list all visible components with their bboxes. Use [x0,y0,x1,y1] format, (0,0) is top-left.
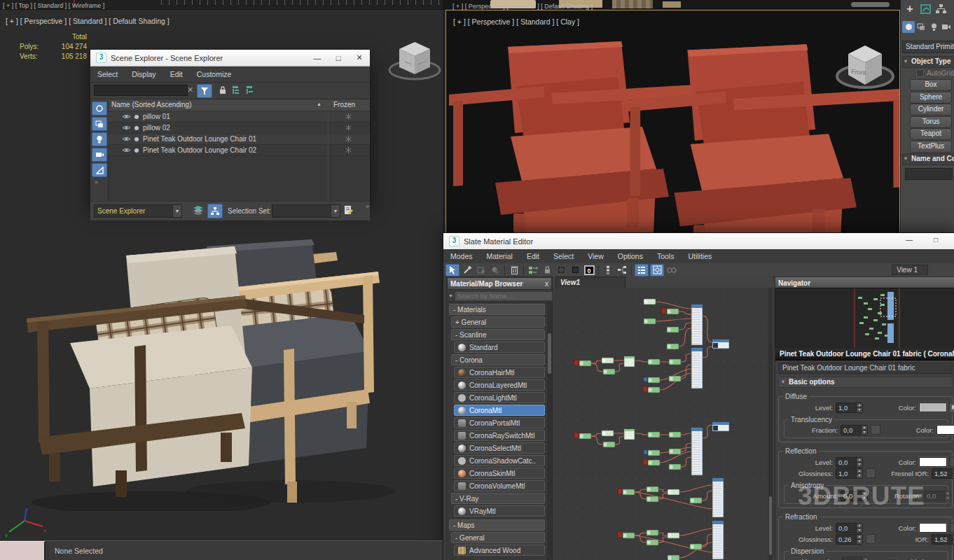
viewport-clay-label[interactable]: [ + ] [ Perspective ] [ Standard ] [ Cla… [453,18,579,26]
slate-menu-modes[interactable]: Modes [443,252,480,260]
material-standard[interactable]: Standard [454,342,545,353]
spinner-arrows-icon[interactable] [861,426,867,435]
material-coronavolumemtl[interactable]: CoronaVolumeMtl [454,480,545,491]
fraction-spinner[interactable]: 0,0 [841,425,868,435]
autogrid-checkbox[interactable]: AutoGrid [916,69,954,77]
expand-hierarchy-icon[interactable] [232,85,242,94]
tab-view1[interactable]: View1 [555,276,625,288]
color-swatch[interactable] [919,523,947,533]
show-backlight-icon[interactable] [569,265,581,276]
cylinder-primitive-button[interactable]: Cylinder [910,104,952,115]
teapot-primitive-button[interactable]: Teapot [910,128,952,140]
tree-corona[interactable]: - Corona [451,354,545,365]
material-coronaselectmtl[interactable]: CoronaSelectMtl [454,442,545,454]
object-color-dot[interactable] [134,126,139,130]
spinner-value[interactable]: 0,0 [841,426,861,435]
material-name-field[interactable]: Pinet Teak Outdoor Lounge Chair 01 fabri… [778,363,953,374]
spinner-value[interactable]: 1,0 [836,469,856,478]
create-tab-icon[interactable]: + [902,2,918,15]
textplus-primitive-button[interactable]: TextPlus [910,141,952,153]
material-vraymtl[interactable]: VRayMtl [454,505,545,517]
spinner-value[interactable]: 0,26 [836,535,856,544]
tree-materials[interactable]: - Materials [449,304,545,315]
spinner-value[interactable]: 0,0 [836,524,856,533]
scene-explorer-titlebar[interactable]: 3 Scene Explorer - Scene Explorer — □ ✕ [90,50,370,66]
level-spinner[interactable]: 1,0 [836,402,863,413]
slate-menu-tools[interactable]: Tools [650,252,682,260]
show-background-icon[interactable] [555,265,567,276]
scene-object-row[interactable]: pillow 02 [108,122,370,134]
viewport-top-label[interactable]: [ + ] [ Top ] [ Standard ] [ Wireframe ] [3,2,104,9]
menu-select[interactable]: Select [90,70,125,78]
glossiness-spinner[interactable]: 1,0 [836,468,863,479]
browser-scrollbar[interactable] [547,301,552,560]
layout-all-icon[interactable] [616,265,628,276]
select-tool-icon[interactable] [445,264,459,276]
visibility-eye-icon[interactable] [122,125,131,131]
material-coronarayswitchmtl[interactable]: CoronaRaySwitchMtl [454,430,545,441]
spinner-arrows-icon[interactable] [856,458,862,467]
browser-header[interactable]: Material/Map Browser x [447,277,552,290]
edit-named-selections-icon[interactable] [344,205,354,215]
object-color-dot[interactable] [134,137,139,141]
spinner-arrows-icon[interactable] [856,403,862,412]
object-color-dot[interactable] [134,115,139,119]
box-primitive-button[interactable]: Box [910,79,952,91]
material-coronashadowcatc[interactable]: CoronaShadowCatc.. [454,455,545,466]
navigator-minimap[interactable] [775,288,954,350]
spinner-arrows-icon[interactable] [856,469,862,478]
viewport-left-label[interactable]: [ + ] [ Perspective ] [ Standard ] [ Def… [6,17,170,25]
viewcube-right[interactable]: Front [833,30,897,94]
object-name[interactable]: pillow 02 [143,124,170,132]
tree-general[interactable]: - General [451,532,545,543]
collapse-hierarchy-icon[interactable] [246,85,256,94]
object-name-field[interactable] [905,168,953,180]
delete-selected-icon[interactable] [508,265,520,276]
menu-edit[interactable]: Edit [163,70,190,78]
layout-vertical-icon[interactable] [602,265,614,276]
tree-v-ray[interactable]: - V-Ray [451,493,545,504]
parameter-editor-toggle-icon[interactable] [650,264,664,276]
modify-tab-icon[interactable] [918,2,933,15]
pick-material-eyedropper-icon[interactable] [461,265,473,276]
geometry-category-icon[interactable] [902,21,915,33]
slate-menu-select[interactable]: Select [546,252,581,260]
visibility-eye-icon[interactable] [122,113,131,120]
color-swatch[interactable] [919,457,947,467]
browser-search-input[interactable] [455,291,553,301]
scene-object-row[interactable]: Pinet Teak Outdoor Lounge Chair 01 [108,134,370,145]
object-name[interactable]: Pinet Teak Outdoor Lounge Chair 02 [143,146,256,154]
clear-search-icon[interactable]: ✕ [187,85,193,94]
column-frozen[interactable]: Frozen [333,101,355,108]
scene-search-input[interactable] [94,85,188,96]
frozen-toggle-icon[interactable] [345,125,352,132]
slate-titlebar[interactable]: 3 Slate Material Editor — □ [443,233,954,250]
view-scrollbar[interactable] [768,288,773,560]
spinner-value[interactable]: 1,0 [836,403,856,412]
display-helpers-icon[interactable] [92,163,107,177]
filter-button[interactable] [197,84,212,98]
spinner-arrows-icon[interactable] [944,491,950,500]
background-viewport-label[interactable]: [ + ] [ Perspective ] [ Standard ] [ Def… [452,3,593,10]
spinner-arrows-icon[interactable] [856,535,862,544]
more-filters-chevron[interactable]: » [95,178,97,186]
name-color-rollout[interactable]: Name and Color [902,153,954,165]
level-spinner[interactable]: 0,0 [836,457,863,468]
primitive-category-dropdown[interactable]: Standard Primitives [902,41,954,53]
object-type-rollout[interactable]: Object Type [902,56,954,68]
tree-maps[interactable]: - Maps [449,519,545,531]
combo-arrow-icon[interactable]: ▼ [331,205,340,217]
assign-material-icon[interactable] [489,265,502,276]
material-coronamtl[interactable]: CoronaMtl [454,405,545,416]
display-shapes-icon[interactable] [92,117,107,131]
close-button[interactable]: ✕ [349,53,370,62]
scene-object-row[interactable]: pillow 01 [108,111,370,122]
object-name[interactable]: pillow 01 [143,113,170,120]
fresnel-ior-spinner[interactable]: 1,52 [932,468,954,479]
fabric-chairs-render[interactable] [18,231,396,511]
frozen-toggle-icon[interactable] [345,147,352,155]
material-coronaportalmtl[interactable]: CoronaPortalMtl [454,417,545,428]
sphere-primitive-button[interactable]: Sphere [910,92,952,104]
lock-selection-icon[interactable] [219,85,227,95]
slate-menu-view[interactable]: View [581,252,611,260]
